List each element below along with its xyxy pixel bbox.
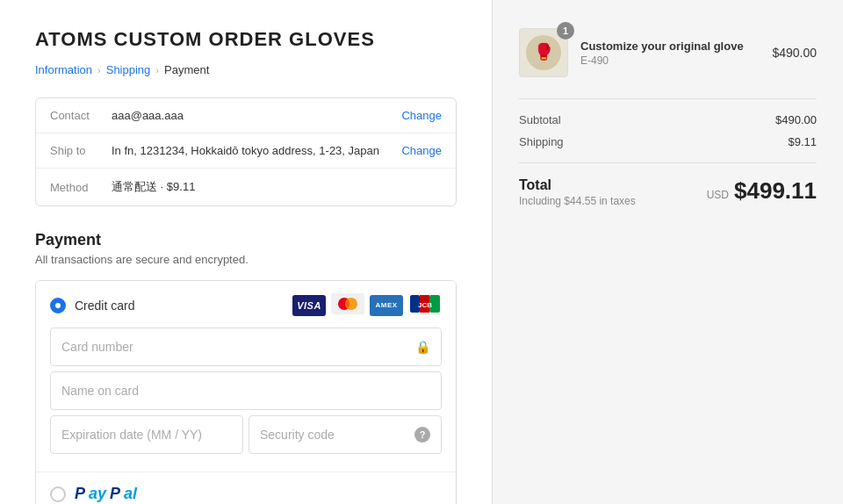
credit-card-option: Credit card VISA <box>36 281 456 472</box>
glove-svg: 🥊 <box>524 33 563 72</box>
paypal-logo-al: al <box>124 485 137 503</box>
credit-card-header: Credit card VISA <box>50 293 442 317</box>
breadcrumb-sep-1: › <box>97 65 101 76</box>
paypal-logo: PayPal <box>75 485 137 503</box>
total-amount: $499.11 <box>734 177 817 205</box>
card-number-input[interactable] <box>61 340 415 354</box>
divider-1 <box>519 98 817 99</box>
credit-card-label: Credit card <box>75 299 284 313</box>
payment-subtitle: All transactions are secure and encrypte… <box>35 253 457 266</box>
contact-row: Contact aaa@aaa.aaa Change <box>36 98 456 133</box>
paypal-logo-p3: P <box>110 485 120 503</box>
product-thumbnail: 🥊 1 <box>519 28 568 77</box>
card-number-field[interactable]: 🔒 <box>50 328 442 366</box>
method-label: Method <box>50 181 112 194</box>
subtotal-row: Subtotal $490.00 <box>519 113 817 126</box>
total-row: Total Including $44.55 in taxes USD $499… <box>519 162 817 207</box>
contact-label: Contact <box>50 109 112 122</box>
shipto-value: In fn, 1231234, Hokkaidō tokyo address, … <box>112 144 401 157</box>
paypal-option: PayPal <box>36 472 456 504</box>
method-value: 通常配送 · $9.11 <box>112 179 442 195</box>
shipping-value: $9.11 <box>788 135 817 148</box>
jcb-icon: JCB <box>408 293 442 317</box>
shipto-change[interactable]: Change <box>401 144 442 157</box>
payment-box: Credit card VISA <box>35 280 457 504</box>
security-field[interactable]: ? <box>249 415 442 454</box>
shipto-label: Ship to <box>50 144 112 157</box>
shipping-label: Shipping <box>519 135 564 148</box>
shipping-row: Shipping $9.11 <box>519 135 817 148</box>
page-title: ATOMS CUSTOM ORDER GLOVES <box>35 28 457 51</box>
expiry-field[interactable] <box>50 415 243 454</box>
card-icons: VISA AMEX <box>292 293 442 317</box>
payment-section: Payment All transactions are secure and … <box>35 231 457 504</box>
order-item: 🥊 1 Customize your original glove E-490 … <box>519 28 817 77</box>
info-box: Contact aaa@aaa.aaa Change Ship to In fn… <box>35 97 457 206</box>
visa-icon: VISA <box>292 295 326 316</box>
paypal-logo-p2: ay <box>89 485 106 503</box>
total-currency: USD <box>707 189 729 201</box>
total-label: Total <box>519 177 636 193</box>
product-info: Customize your original glove E-490 <box>580 40 760 67</box>
product-sku: E-490 <box>580 54 760 67</box>
expiry-input[interactable] <box>61 428 232 442</box>
right-panel: 🥊 1 Customize your original glove E-490 … <box>492 0 843 504</box>
left-panel: ATOMS CUSTOM ORDER GLOVES Information › … <box>0 0 492 504</box>
card-form: 🔒 ? <box>50 328 442 459</box>
breadcrumb-payment: Payment <box>164 63 209 76</box>
breadcrumb: Information › Shipping › Payment <box>35 63 457 76</box>
product-badge: 1 <box>557 22 574 40</box>
subtotal-label: Subtotal <box>519 113 561 126</box>
product-name: Customize your original glove <box>580 40 760 53</box>
breadcrumb-information[interactable]: Information <box>35 63 92 76</box>
total-left: Total Including $44.55 in taxes <box>519 177 636 207</box>
svg-text:🥊: 🥊 <box>534 42 554 61</box>
security-input[interactable] <box>260 428 414 442</box>
subtotal-value: $490.00 <box>775 113 817 126</box>
security-help-icon[interactable]: ? <box>414 427 430 443</box>
credit-card-radio[interactable] <box>50 298 66 313</box>
amex-icon: AMEX <box>370 295 403 316</box>
lock-icon: 🔒 <box>415 340 430 354</box>
breadcrumb-shipping[interactable]: Shipping <box>106 63 151 76</box>
breadcrumb-sep-2: › <box>155 65 159 76</box>
mastercard-icon <box>331 293 364 317</box>
paypal-logo-p: P <box>75 485 85 503</box>
name-on-card-field[interactable] <box>50 371 442 410</box>
name-on-card-input[interactable] <box>61 384 430 398</box>
contact-change[interactable]: Change <box>401 109 442 122</box>
paypal-radio[interactable] <box>50 486 66 502</box>
contact-value: aaa@aaa.aaa <box>112 109 401 122</box>
product-price: $490.00 <box>772 46 817 60</box>
total-tax: Including $44.55 in taxes <box>519 195 636 207</box>
expiry-security-row: ? <box>50 415 442 454</box>
method-row: Method 通常配送 · $9.11 <box>36 169 456 205</box>
shipto-row: Ship to In fn, 1231234, Hokkaidō tokyo a… <box>36 133 456 169</box>
total-right: USD $499.11 <box>707 177 817 205</box>
payment-title: Payment <box>35 231 457 249</box>
svg-text:JCB: JCB <box>418 301 432 309</box>
